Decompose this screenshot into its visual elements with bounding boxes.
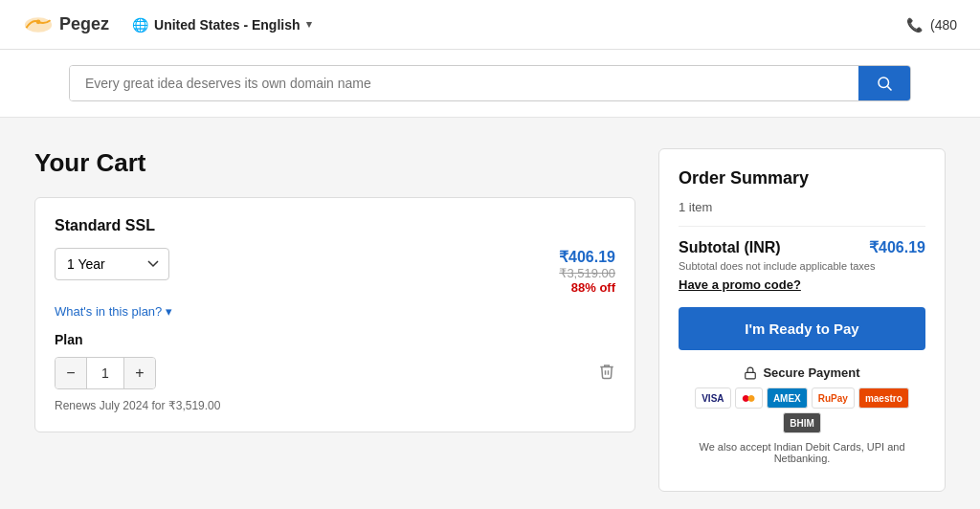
subtotal-label: Subtotal (INR) (679, 239, 781, 256)
logo[interactable]: Pegez (23, 14, 109, 35)
search-icon (876, 75, 893, 92)
rupay-badge: RuPay (812, 387, 855, 409)
svg-line-3 (887, 86, 891, 90)
amex-badge: AMEX (767, 387, 808, 409)
lock-icon (744, 366, 757, 380)
svg-rect-4 (746, 372, 756, 378)
header-left: Pegez 🌐 United States - English ▾ (23, 14, 312, 35)
svg-point-2 (879, 77, 889, 88)
header-right: 📞 (480 (906, 17, 957, 33)
price-current: ₹406.19 (559, 248, 615, 266)
mastercard-badge: ●● (735, 387, 763, 409)
subtotal-note: Subtotal does not include applicable tax… (679, 260, 925, 272)
payment-cards: VISA ●● AMEX RuPay maestro BHIM (679, 387, 925, 433)
logo-icon (23, 14, 54, 35)
main-content: Your Cart Standard SSL 1 Year 2 Years 3 … (11, 118, 969, 509)
order-summary: Order Summary 1 item Subtotal (INR) ₹406… (658, 148, 946, 492)
pay-button[interactable]: I'm Ready to Pay (679, 307, 925, 350)
subtotal-row: Subtotal (INR) ₹406.19 (679, 238, 925, 256)
locale-text: United States - English (154, 17, 300, 33)
search-bar (69, 65, 911, 101)
phone-number: (480 (930, 17, 957, 33)
plan-label: Plan (55, 332, 615, 347)
whats-in-plan-text: What's in this plan? (55, 304, 162, 319)
header: Pegez 🌐 United States - English ▾ 📞 (480 (0, 0, 980, 50)
cart-section: Your Cart Standard SSL 1 Year 2 Years 3 … (34, 148, 635, 432)
secure-payment-label: Secure Payment (679, 365, 925, 380)
product-name: Standard SSL (55, 217, 615, 234)
promo-code-link[interactable]: Have a promo code? (679, 277, 925, 292)
search-input[interactable] (70, 66, 858, 100)
maestro-badge: maestro (858, 387, 909, 409)
bhim-badge: BHIM (783, 412, 821, 433)
globe-icon: 🌐 (132, 17, 148, 33)
duration-select[interactable]: 1 Year 2 Years 3 Years (55, 248, 169, 280)
price-block: ₹406.19 ₹3,519.00 88% off (559, 248, 615, 295)
chevron-down-icon-plan: ▾ (166, 304, 172, 319)
price-discount: 88% off (559, 280, 615, 295)
cart-card: Standard SSL 1 Year 2 Years 3 Years ₹406… (34, 197, 635, 432)
secure-payment-section: Secure Payment VISA ●● AMEX RuPay maestr… (679, 365, 925, 464)
cart-title: Your Cart (34, 148, 635, 178)
trash-icon (598, 363, 615, 380)
renews-text: Renews July 2024 for ₹3,519.00 (55, 399, 615, 412)
order-items-count: 1 item (679, 200, 925, 227)
locale-selector[interactable]: 🌐 United States - English ▾ (132, 17, 311, 33)
search-section (0, 50, 980, 118)
quantity-value: 1 (86, 358, 124, 388)
logo-text: Pegez (59, 14, 109, 34)
chevron-down-icon: ▾ (306, 18, 312, 31)
price-original: ₹3,519.00 (559, 266, 615, 280)
remove-item-button[interactable] (598, 363, 615, 385)
accept-text: We also accept Indian Debit Cards, UPI a… (679, 441, 925, 464)
whats-in-plan-link[interactable]: What's in this plan? ▾ (55, 304, 615, 319)
quantity-control: − 1 + (55, 357, 156, 389)
quantity-decrease-button[interactable]: − (56, 358, 86, 388)
visa-card-badge: VISA (695, 387, 730, 409)
product-row: 1 Year 2 Years 3 Years ₹406.19 ₹3,519.00… (55, 248, 615, 295)
subtotal-amount: ₹406.19 (869, 238, 925, 256)
search-button[interactable] (858, 66, 910, 100)
order-summary-title: Order Summary (679, 168, 925, 188)
quantity-row: − 1 + (55, 357, 615, 389)
quantity-increase-button[interactable]: + (124, 358, 155, 388)
svg-point-1 (36, 19, 41, 24)
phone-icon: 📞 (906, 17, 923, 33)
